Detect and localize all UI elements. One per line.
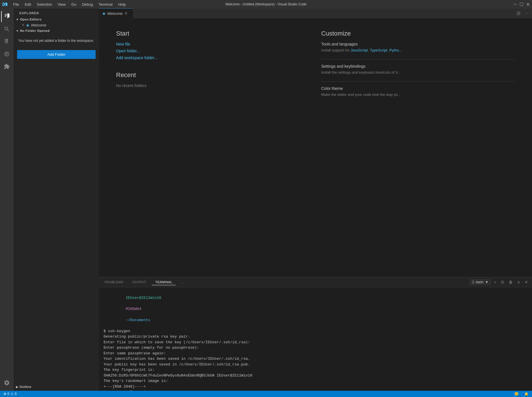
status-bar-right: 😊 🔔	[513, 392, 530, 396]
warning-icon: ⚠	[11, 392, 14, 396]
outline-label: Outline	[20, 385, 32, 388]
file-icon: ◈	[26, 23, 29, 27]
no-folder-header[interactable]: ▼ No Folder Opened	[14, 28, 99, 34]
ts-link[interactable]: TypeScript	[370, 48, 387, 52]
welcome-customize-section: Customize Tools and languages Install su…	[321, 30, 515, 266]
terminal-add-button[interactable]: +	[492, 279, 498, 286]
terminal-close-button[interactable]: ✕	[523, 279, 530, 286]
open-editors-header[interactable]: ▼ Open Editors	[14, 16, 99, 22]
no-folder-description: You have not yet added a folder to the w…	[14, 34, 99, 48]
divider-1	[321, 59, 515, 59]
status-errors[interactable]: ⊗ 0 ⚠ 0	[2, 392, 18, 396]
activity-search[interactable]	[1, 23, 13, 35]
activity-source-control[interactable]	[1, 36, 13, 47]
more-actions-button[interactable]: ···	[524, 10, 530, 17]
open-editors-label: Open Editors	[20, 18, 42, 21]
tab-welcome-label: Welcome	[107, 11, 123, 16]
error-icon: ⊗	[3, 392, 6, 396]
shell-selector[interactable]: 1: bash ▼	[470, 279, 491, 285]
sidebar: Explorer ▼ Open Editors ✕ ◈ Welcome ▼ No…	[14, 9, 99, 391]
tab-welcome[interactable]: ◈ Welcome ✕	[99, 8, 133, 18]
settings-keybindings-title: Settings and keybindings	[321, 64, 515, 69]
title-bar: File Edit Selection View Go Debug Termin…	[0, 0, 532, 9]
color-theme-desc: Make the editor and your code look the w…	[321, 92, 515, 97]
tab-more[interactable]: ...	[178, 279, 188, 285]
shell-selector-label: 1: bash	[472, 280, 483, 284]
terminal-line-2: Generating public/private rsa key pair.	[104, 334, 527, 340]
menu-debug[interactable]: Debug	[80, 2, 95, 7]
settings-keybindings-desc: Install the settings and keyboard shortc…	[321, 70, 515, 75]
status-bar-left: ⊗ 0 ⚠ 0	[2, 392, 18, 396]
tab-actions: ⊟ ···	[513, 8, 532, 18]
vscode-logo-icon	[2, 2, 7, 7]
new-file-link[interactable]: New file	[116, 42, 310, 46]
status-smiley[interactable]: 😊	[513, 392, 520, 396]
color-theme-title: Color theme	[321, 86, 515, 91]
sidebar-welcome-label: Welcome	[31, 23, 46, 27]
tab-terminal[interactable]: TERMINAL	[152, 279, 176, 285]
close-button[interactable]: ✕	[526, 2, 530, 6]
tab-problems[interactable]: PROBLEMS	[101, 279, 127, 285]
activity-extensions[interactable]	[1, 61, 13, 72]
terminal-prompt-line: IEUser@IE11Win10 MINGW64 ~/Documents	[104, 290, 527, 328]
activity-explorer[interactable]	[1, 11, 13, 22]
no-folder-chevron: ▼	[16, 29, 19, 32]
activity-bar	[0, 9, 14, 391]
terminal-expand-button[interactable]: ∧	[515, 279, 522, 286]
close-icon[interactable]: ✕	[22, 23, 24, 27]
terminal-path: ~/Documents	[126, 318, 150, 322]
terminal-panel: PROBLEMS OUTPUT TERMINAL ... 1: bash ▼ +…	[99, 277, 532, 391]
menu-bar: File Edit Selection View Go Debug Termin…	[11, 2, 128, 7]
no-folder-label: No Folder Opened	[20, 29, 50, 32]
tab-close-button[interactable]: ✕	[124, 11, 128, 16]
js-link[interactable]: JavaScript	[350, 48, 368, 52]
add-folder-button[interactable]: Add Folder	[17, 50, 96, 59]
start-title: Start	[116, 30, 310, 37]
customize-settings: Settings and keybindings Install the set…	[321, 64, 515, 75]
open-editors-chevron: ▼	[16, 18, 19, 21]
minimize-button[interactable]: ─	[513, 2, 517, 6]
editor-area: ◈ Welcome ✕ ⊟ ··· Start New file Open fo…	[99, 9, 532, 391]
window-title: Welcome - Untitled (Workspace) - Visual …	[226, 2, 307, 6]
sidebar-title: Explorer	[14, 9, 99, 16]
add-workspace-link[interactable]: Add workspace folder...	[116, 55, 310, 60]
status-bell[interactable]: 🔔	[523, 392, 530, 396]
terminal-line-8: The key fingerprint is:	[104, 367, 527, 373]
customize-theme: Color theme Make the editor and your cod…	[321, 86, 515, 97]
customize-tools: Tools and languages Install support for …	[321, 42, 515, 52]
menu-view[interactable]: View	[55, 2, 68, 7]
maximize-button[interactable]: ☐	[519, 2, 523, 6]
activity-settings[interactable]	[1, 377, 13, 388]
title-bar-right: ─ ☐ ✕	[513, 2, 530, 6]
menu-help[interactable]: Help	[116, 2, 128, 7]
menu-file[interactable]: File	[11, 2, 21, 7]
menu-go[interactable]: Go	[69, 2, 79, 7]
activity-debug[interactable]	[1, 48, 13, 60]
welcome-start-section: Start New file Open folder... Add worksp…	[116, 30, 310, 266]
customize-title: Customize	[321, 30, 515, 37]
shell-selector-arrow: ▼	[485, 280, 488, 284]
menu-edit[interactable]: Edit	[22, 2, 33, 7]
terminal-line-5: Enter same passphrase again:	[104, 351, 527, 356]
recent-empty-text: No recent folders	[116, 83, 310, 88]
python-link[interactable]: Pytho...	[389, 48, 402, 52]
divider-2	[321, 81, 515, 82]
warning-count: 0	[15, 392, 17, 396]
open-folder-link[interactable]: Open folder...	[116, 49, 310, 53]
split-editor-button[interactable]: ⊟	[515, 9, 521, 17]
terminal-split-button[interactable]: ⊟	[499, 279, 506, 286]
terminal-dir: MINGW64	[126, 307, 141, 311]
tab-output[interactable]: OUTPUT	[129, 279, 150, 285]
sidebar-welcome-file[interactable]: ✕ ◈ Welcome	[14, 22, 99, 28]
menu-terminal[interactable]: Terminal	[96, 2, 115, 7]
tab-welcome-icon: ◈	[102, 11, 106, 16]
outline-header[interactable]: ▶ Outline	[14, 384, 99, 391]
main-layout: Explorer ▼ Open Editors ✕ ◈ Welcome ▼ No…	[0, 9, 532, 391]
error-count: 0	[7, 392, 9, 396]
terminal-line-9: SHA256:DzRS/OP8hCcWt7FduIevNPeOys0uN4oEb…	[104, 373, 527, 379]
terminal-line-11: +---[RSA 2048]----+	[104, 384, 527, 390]
terminal-user: IEUser@IE11Win10	[126, 296, 161, 300]
menu-selection[interactable]: Selection	[34, 2, 54, 7]
tab-bar: ◈ Welcome ✕ ⊟ ···	[99, 9, 532, 18]
terminal-trash-button[interactable]: 🗑	[507, 279, 514, 286]
